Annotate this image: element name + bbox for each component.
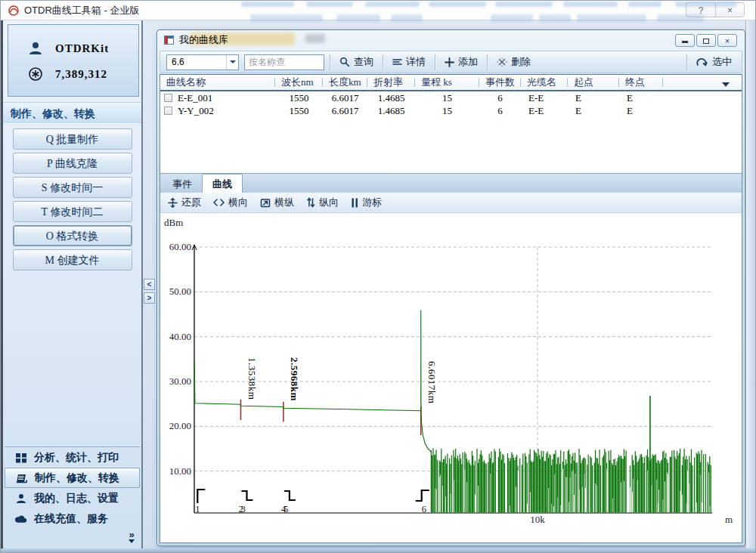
column-header[interactable]: 曲线名称 <box>160 75 275 90</box>
library-content: 曲线名称波长nm长度km折射率量程 ks事件数光缆名起点终点 E-E_00115… <box>160 74 742 543</box>
glass-artifact <box>628 2 662 7</box>
minimize-button[interactable] <box>675 34 695 47</box>
separator <box>487 54 488 70</box>
sidebar-nav-item[interactable]: 在线充值、服务 <box>5 508 140 529</box>
sidebar-nav-item[interactable]: 分析、统计、打印 <box>5 447 140 468</box>
svg-text:20.00: 20.00 <box>169 420 191 431</box>
column-header[interactable]: 起点 <box>568 75 619 90</box>
glass-artifact <box>539 14 571 22</box>
maximize-icon <box>703 39 709 44</box>
nav-item-label: 分析、统计、打印 <box>34 451 119 465</box>
column-header[interactable]: 量程 ks <box>415 75 479 90</box>
column-header[interactable]: 终点 <box>619 75 663 90</box>
table-row[interactable]: E-E_00115506.60171.4685156E-EEE <box>160 91 742 104</box>
glass-artifact <box>305 34 325 43</box>
column-header[interactable]: 长度km <box>323 75 367 90</box>
table-cell: 15 <box>415 92 479 104</box>
account-panel: OTDRKit 7,389,312 <box>8 24 139 97</box>
chart-tool-label: 纵向 <box>319 196 339 209</box>
glass-artifact <box>336 14 380 22</box>
svg-text:5: 5 <box>284 504 288 514</box>
sidebar-nav-item[interactable]: 制作、修改、转换 <box>5 468 140 488</box>
child-window-buttons: × <box>675 34 737 47</box>
separator <box>435 54 435 70</box>
sidebar-section-title: 制作、修改、转换 <box>3 102 141 123</box>
collapse-right-button[interactable]: > <box>144 292 155 304</box>
chart-tool-label: 游标 <box>362 196 382 209</box>
sidebar-nav: 分析、统计、打印制作、修改、转换我的、日志、设置在线充值、服务 <box>5 446 140 529</box>
form-icon <box>164 36 174 45</box>
query-button[interactable]: 查询 <box>336 53 377 71</box>
row-checkbox[interactable] <box>164 94 172 102</box>
nav-item-label: 制作、修改、转换 <box>35 471 119 485</box>
row-checkbox[interactable] <box>164 107 172 115</box>
separator <box>383 54 383 70</box>
tab-list-dropdown-icon[interactable] <box>722 82 730 87</box>
delete-button[interactable]: 删除 <box>493 53 534 71</box>
sidebar-action-button[interactable]: T 修改时间二 <box>13 201 132 222</box>
glass-artifact <box>495 2 553 7</box>
column-header[interactable]: 折射率 <box>367 75 415 90</box>
table-cell: 1.4685 <box>367 92 415 104</box>
chart-toolbar: 还原横向横纵纵向游标 <box>160 193 742 213</box>
select-button[interactable]: 选中 <box>692 53 736 71</box>
svg-text:50.00: 50.00 <box>169 286 191 297</box>
person-icon <box>14 493 27 504</box>
tab-inactive[interactable]: 事件 <box>163 175 202 193</box>
curve-name: E-E_001 <box>178 92 212 104</box>
app-title: OTDR曲线工具箱 - 企业版 <box>24 1 139 20</box>
nav-item-label: 我的、日志、设置 <box>34 492 119 505</box>
sidebar-action-button[interactable]: P 曲线克隆 <box>13 153 132 174</box>
table-body: E-E_00115506.60171.4685156E-EEEY-Y_00215… <box>160 91 742 117</box>
tab-strip: 事件曲线 <box>160 173 742 193</box>
reset-icon <box>168 198 178 208</box>
sidebar-action-button[interactable]: M 创建文件 <box>13 249 132 270</box>
cursor-icon <box>351 198 358 208</box>
nav-overflow-chevron[interactable]: » <box>129 531 135 543</box>
chart-tool-h-zoom[interactable]: 横向 <box>213 196 248 209</box>
column-header[interactable]: 光缆名 <box>521 75 568 90</box>
table-cell: 6 <box>479 92 521 104</box>
glass-artifact <box>365 2 420 7</box>
chart-tool-cursor[interactable]: 游标 <box>351 196 382 209</box>
sidebar: OTDRKit 7,389,312 <box>1 20 143 549</box>
table-cell: E <box>568 92 619 104</box>
account-points-row: 7,389,312 <box>8 63 138 85</box>
details-button[interactable]: 详情 <box>389 53 429 71</box>
select-label: 选中 <box>712 55 732 69</box>
table-cell: E <box>619 92 663 104</box>
close-child-button[interactable]: × <box>717 34 737 47</box>
child-titlebar[interactable]: 我的曲线库 × <box>157 30 745 51</box>
glass-artifact <box>250 14 323 22</box>
chart-tool-reset[interactable]: 还原 <box>168 196 201 209</box>
tab-active[interactable]: 曲线 <box>202 174 243 193</box>
table-cell: 6.6017 <box>323 92 367 104</box>
sidebar-nav-item[interactable]: 我的、日志、设置 <box>5 488 140 508</box>
table-row[interactable]: Y-Y_00215506.60171.4685156E-EEE <box>160 104 742 117</box>
table-cell: 1550 <box>275 92 323 104</box>
table-cell: E <box>568 105 619 117</box>
wavelength-combo[interactable]: 6.6 <box>166 54 239 70</box>
app-body: OTDRKit 7,389,312 <box>1 20 755 552</box>
maximize-button[interactable] <box>696 34 716 47</box>
svg-text:m: m <box>725 514 733 525</box>
chart-tool-hv-zoom[interactable]: 横纵 <box>260 196 294 209</box>
sidebar-action-buttons: Q 批量制作P 曲线克隆S 修改时间一T 修改时间二O 格式转换M 创建文件 <box>3 128 141 270</box>
combo-dropdown-icon[interactable] <box>226 55 238 70</box>
chart-tool-v-zoom[interactable]: 纵向 <box>306 196 339 209</box>
sidebar-action-button[interactable]: S 修改时间一 <box>13 177 132 198</box>
column-header[interactable]: 波长nm <box>275 75 323 90</box>
search-input[interactable] <box>244 54 324 70</box>
curve-chart[interactable]: dBm60.0050.0040.0030.0020.0010.0010km1.3… <box>160 213 742 542</box>
svg-text:6: 6 <box>422 504 426 514</box>
column-header[interactable]: 事件数 <box>479 75 521 90</box>
sidebar-action-button[interactable]: O 格式转换 <box>13 225 132 246</box>
add-button[interactable]: 添加 <box>441 53 482 71</box>
glass-artifact <box>241 2 294 7</box>
otdr-trace-svg: dBm60.0050.0040.0030.0020.0010.0010km1.3… <box>160 213 742 545</box>
table-cell: 6 <box>479 105 521 117</box>
sidebar-action-button[interactable]: Q 批量制作 <box>13 128 132 150</box>
v-zoom-icon <box>306 197 315 208</box>
collapse-left-button[interactable]: < <box>144 279 155 290</box>
nav-item-label: 在线充值、服务 <box>34 512 108 526</box>
